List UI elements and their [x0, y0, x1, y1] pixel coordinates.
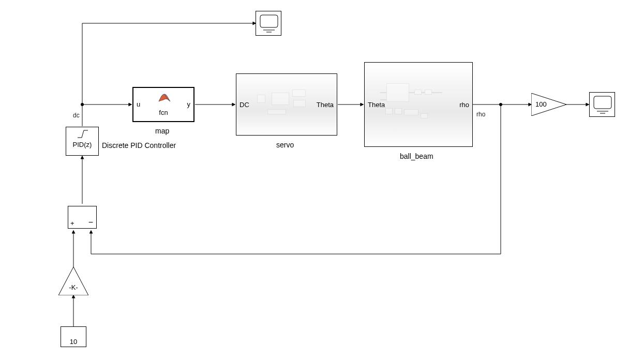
matlab-icon	[158, 92, 171, 102]
constant-block[interactable]: 10	[61, 326, 86, 347]
map-out-label: y	[187, 100, 191, 108]
signal-rho-label: rho	[476, 111, 485, 118]
sum-plus-label: +	[70, 219, 74, 227]
servo-block[interactable]: DC Theta	[236, 73, 337, 136]
svg-rect-2	[260, 15, 278, 27]
servo-name-label: servo	[276, 141, 294, 149]
gain-k-block[interactable]: -K-	[58, 267, 88, 295]
map-block[interactable]: u y fcn	[132, 87, 194, 122]
sum-block[interactable]: + −	[68, 206, 97, 229]
gain-100-block[interactable]: 100	[531, 93, 566, 116]
svg-rect-3	[594, 96, 611, 109]
signal-dc-label: dc	[73, 112, 80, 119]
gain-100-label: 100	[535, 100, 547, 108]
pid-name-label: Discrete PID Controller	[102, 141, 176, 149]
map-fcn-label: fcn	[133, 109, 193, 116]
servo-out-label: Theta	[317, 101, 334, 109]
pid-inside-label: PID(z)	[66, 141, 98, 148]
ballbeam-mini-wires	[365, 63, 473, 147]
wiring-layer	[0, 0, 644, 359]
ballbeam-block[interactable]: Theta rho	[364, 62, 473, 147]
scope-block-right[interactable]	[589, 92, 615, 117]
gain-k-label: -K-	[58, 283, 88, 291]
wire-pid-to-map	[82, 104, 131, 126]
constant-value: 10	[61, 332, 86, 352]
pid-block[interactable]: PID(z)	[66, 127, 99, 156]
map-name-label: map	[155, 127, 169, 135]
ballbeam-name-label: ball_beam	[400, 152, 433, 160]
servo-in-label: DC	[239, 101, 249, 109]
scope-icon	[590, 93, 616, 117]
map-in-label: u	[137, 100, 140, 108]
scope-block-top[interactable]	[256, 11, 281, 36]
scope-icon	[256, 11, 282, 36]
sum-minus-label: −	[88, 218, 93, 227]
